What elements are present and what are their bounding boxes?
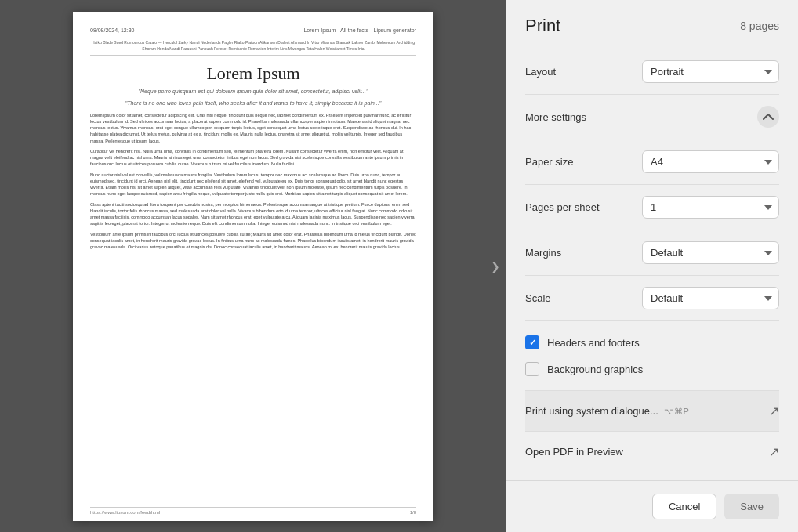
body-paragraph-2: Curabitur vel hendrerit nisl. Nulla urna… — [90, 148, 416, 168]
header-date: 08/08/2024, 12:30 — [90, 27, 134, 33]
cancel-button[interactable]: Cancel — [652, 494, 716, 519]
scale-select[interactable]: Default Custom — [642, 287, 779, 309]
system-dialogue-label: Print using system dialogue... ⌥⌘P — [525, 405, 769, 417]
system-dialogue-row[interactable]: Print using system dialogue... ⌥⌘P ↗ — [525, 391, 779, 432]
background-graphics-row: Background graphics — [525, 356, 779, 382]
layout-label: Layout — [525, 66, 556, 78]
chevron-up-icon — [763, 111, 774, 122]
settings-footer: Cancel Save — [506, 480, 798, 532]
margins-select[interactable]: Default None Minimum Custom — [642, 241, 779, 264]
scale-label: Scale — [525, 292, 551, 304]
page-preview: 08/08/2024, 12:30 Lorem Ipsum - All the … — [73, 12, 433, 521]
layout-select[interactable]: Portrait Landscape — [642, 60, 779, 83]
body-paragraph-3: Nunc auctor nisl vel est convallis, vel … — [90, 172, 416, 197]
headers-footers-label: Headers and footers — [547, 337, 640, 349]
preview-panel: 08/08/2024, 12:30 Lorem Ipsum - All the … — [0, 0, 506, 532]
pages-per-sheet-select[interactable]: 1 2 4 — [642, 196, 779, 219]
pages-per-sheet-label: Pages per sheet — [525, 201, 600, 213]
headers-footers-row: Headers and footers — [525, 329, 779, 356]
background-graphics-checkbox[interactable] — [525, 362, 539, 376]
scale-row: Scale Default Custom — [525, 276, 779, 321]
footer-url: https://www.lipsum.com/feed/html — [90, 510, 160, 515]
paper-size-row: Paper size A4 Letter Legal A3 — [525, 139, 779, 185]
footer-page: 1/8 — [410, 510, 416, 515]
paper-size-select[interactable]: A4 Letter Legal A3 — [642, 150, 779, 173]
settings-panel: Print 8 pages Layout Portrait Landscape … — [506, 0, 798, 532]
subtitle-2: "There is no one who loves pain itself, … — [90, 100, 416, 106]
body-paragraph-5: Vestibulum ante ipsum primis in faucibus… — [90, 231, 416, 251]
next-page-chevron[interactable]: ❯ — [491, 260, 500, 273]
system-dialogue-shortcut: ⌥⌘P — [664, 407, 688, 416]
subtitle-1: "Neque porro quisquam est qui dolorem ip… — [90, 89, 416, 94]
options-section: Headers and footers Background graphics — [525, 321, 779, 391]
save-button[interactable]: Save — [724, 494, 779, 519]
open-pdf-label: Open PDF in Preview — [525, 446, 769, 458]
document-title: Lorem Ipsum — [90, 63, 416, 84]
margins-label: Margins — [525, 247, 561, 259]
body-paragraph-4: Class aptent taciti sociosqu ad litora t… — [90, 201, 416, 227]
more-settings-label: More settings — [525, 111, 586, 123]
layout-row: Layout Portrait Landscape — [525, 49, 779, 95]
open-pdf-external-icon: ↗ — [769, 444, 779, 459]
pages-per-sheet-row: Pages per sheet 1 2 4 — [525, 185, 779, 230]
paper-size-label: Paper size — [525, 156, 573, 168]
settings-header: Print 8 pages — [506, 0, 798, 49]
margins-row: Margins Default None Minimum Custom — [525, 230, 779, 276]
page-footer: https://www.lipsum.com/feed/html 1/8 — [90, 507, 416, 515]
collapse-button[interactable] — [757, 106, 779, 128]
print-title: Print — [525, 16, 560, 36]
settings-body: Layout Portrait Landscape More settings … — [506, 49, 798, 480]
external-link-icon: ↗ — [769, 404, 779, 418]
background-graphics-label: Background graphics — [547, 364, 643, 375]
open-pdf-row[interactable]: Open PDF in Preview ↗ — [525, 432, 779, 472]
more-settings-row[interactable]: More settings — [525, 95, 779, 139]
page-header: 08/08/2024, 12:30 Lorem Ipsum - All the … — [90, 27, 416, 33]
pages-count: 8 pages — [740, 20, 779, 32]
body-paragraph-1: Lorem ipsum dolor sit amet, consectetur … — [90, 112, 416, 144]
nav-links: Haiku Blade Sued Rumourous Catalo — Herc… — [90, 39, 416, 56]
headers-footers-checkbox[interactable] — [525, 335, 539, 349]
header-title: Lorem Ipsum - All the facts - Lipsum gen… — [303, 27, 416, 33]
